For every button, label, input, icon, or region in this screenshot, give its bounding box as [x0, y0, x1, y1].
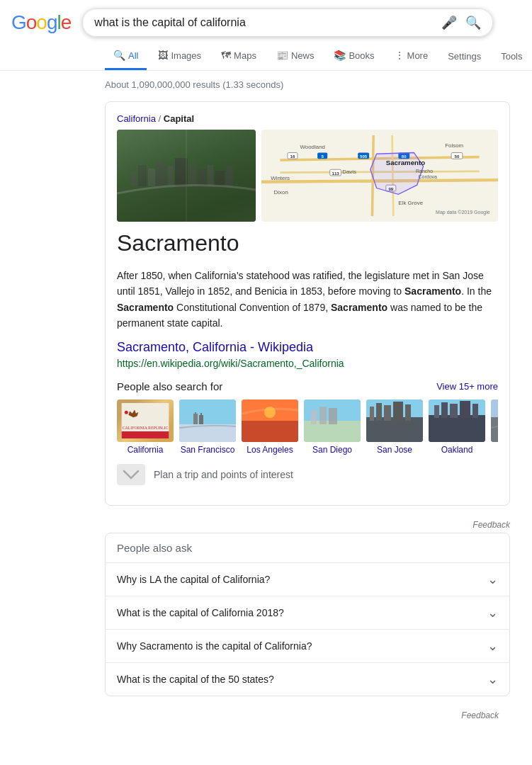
paa-question-4: What is the capital of the 50 states?: [117, 674, 274, 685]
svg-rect-3: [148, 169, 155, 186]
search-item-oakland[interactable]: Oakland: [429, 400, 485, 456]
feedback-link-2[interactable]: Feedback: [105, 708, 510, 723]
svg-point-45: [264, 407, 276, 418]
svg-text:Elk Grove: Elk Grove: [398, 200, 423, 206]
paa-item-2[interactable]: What is the capital of California 2018? …: [106, 596, 509, 629]
wiki-url: https://en.wikipedia.org/wiki/Sacramento…: [117, 358, 498, 369]
svg-rect-53: [370, 407, 374, 421]
svg-rect-61: [441, 402, 448, 418]
search-item-sf[interactable]: San Francisco: [179, 400, 236, 456]
search-item-sd[interactable]: San Diego: [304, 400, 361, 456]
breadcrumb-link[interactable]: California: [117, 113, 156, 124]
svg-rect-55: [384, 405, 391, 421]
settings-link[interactable]: Settings: [439, 44, 489, 69]
search-item-sj[interactable]: San Jose: [366, 400, 423, 456]
view-more-link[interactable]: View 15+ more: [436, 381, 498, 392]
logo-letter-g2: g: [47, 11, 57, 33]
svg-rect-50: [329, 408, 337, 424]
google-logo[interactable]: Google: [11, 11, 71, 34]
svg-rect-49: [319, 407, 327, 424]
tools-link[interactable]: Tools: [492, 44, 531, 69]
la-label: Los Angeles: [247, 445, 293, 456]
search-items-list: CALIFORNIA REPUBLIC California: [117, 400, 498, 456]
map-svg: 16 5 505 80 113 99 50 Woodlan: [261, 130, 498, 222]
sd-image: [304, 400, 361, 442]
svg-rect-64: [472, 404, 478, 418]
plan-trip-label: Plan a trip and points of interest: [154, 469, 293, 480]
chevron-down-icon-2: ⌄: [487, 605, 498, 620]
wiki-title-link[interactable]: Sacramento, California - Wikipedia: [117, 340, 313, 354]
result-count: About 1,090,000,000 results (1.33 second…: [105, 79, 510, 90]
svg-text:5: 5: [321, 154, 324, 159]
sj-svg: [366, 400, 423, 442]
tab-more-label: More: [407, 50, 429, 61]
results-area: About 1,090,000,000 results (1.33 second…: [0, 71, 510, 723]
tab-news-label: News: [291, 50, 315, 61]
svg-rect-62: [450, 404, 458, 418]
oakland-image: [429, 400, 485, 442]
search-button-icon[interactable]: 🔍: [465, 15, 481, 30]
tab-all[interactable]: 🔍 All: [105, 42, 147, 70]
header: Google 🎤 🔍: [0, 0, 532, 37]
also-search-title: People also search for: [117, 380, 222, 392]
paa-item-4[interactable]: What is the capital of the 50 states? ⌄: [106, 662, 509, 696]
la-svg: [242, 400, 298, 442]
chevron-icon: [120, 467, 142, 482]
plan-trip-section: Plan a trip and points of interest: [117, 455, 498, 494]
svg-rect-54: [376, 403, 382, 421]
rose-svg: [491, 400, 498, 442]
search-item-la[interactable]: Los Angeles: [242, 400, 298, 456]
map-container[interactable]: 16 5 505 80 113 99 50 Woodlan: [261, 130, 498, 222]
california-label: California: [128, 445, 164, 456]
svg-rect-60: [434, 405, 439, 418]
feedback-link-1[interactable]: Feedback: [105, 517, 510, 533]
logo-letter-o1: o: [26, 11, 37, 33]
wiki-link: Sacramento, California - Wikipedia: [117, 340, 498, 355]
paa-item-3[interactable]: Why Sacramento is the capital of Califor…: [106, 629, 509, 662]
svg-text:Map data ©2019 Google: Map data ©2019 Google: [436, 210, 490, 215]
tab-news[interactable]: 📰 News: [268, 42, 323, 70]
search-item-california[interactable]: CALIFORNIA REPUBLIC California: [117, 400, 174, 456]
svg-point-40: [125, 410, 128, 414]
books-icon: 📚: [334, 50, 346, 61]
microphone-icon[interactable]: 🎤: [441, 15, 457, 30]
tab-books[interactable]: 📚 Books: [325, 42, 383, 70]
tab-images[interactable]: 🖼 Images: [149, 42, 210, 70]
svg-rect-66: [491, 417, 498, 442]
svg-text:Rancho: Rancho: [416, 169, 433, 174]
svg-text:CALIFORNIA REPUBLIC: CALIFORNIA REPUBLIC: [123, 425, 169, 429]
logo-letter-g: G: [11, 11, 26, 33]
search-input[interactable]: [94, 16, 441, 29]
svg-text:Dixon: Dixon: [274, 189, 288, 196]
breadcrumb-separator: /: [159, 113, 164, 124]
california-flag-svg: CALIFORNIA REPUBLIC: [120, 403, 170, 438]
svg-rect-1: [131, 172, 137, 186]
breadcrumb-current: Capital: [164, 113, 194, 124]
svg-text:Folsom: Folsom: [445, 142, 463, 149]
svg-rect-48: [311, 410, 317, 424]
news-icon: 📰: [276, 50, 288, 61]
more-dots-icon: ⋮: [395, 50, 404, 61]
tab-maps[interactable]: 🗺 Maps: [213, 42, 265, 70]
sf-image: [179, 400, 236, 442]
tab-all-label: All: [128, 50, 138, 61]
svg-rect-59: [429, 415, 485, 442]
oak-svg: [429, 400, 485, 442]
tab-books-label: Books: [349, 50, 374, 61]
svg-rect-7: [189, 164, 196, 186]
breadcrumb: California / Capital: [117, 113, 498, 124]
svg-text:16: 16: [290, 154, 295, 159]
svg-rect-44: [242, 421, 298, 442]
search-item-roseville[interactable]: Roseville: [491, 400, 498, 456]
tab-images-label: Images: [171, 50, 201, 61]
svg-rect-9: [208, 165, 213, 186]
search-bar[interactable]: 🎤 🔍: [82, 8, 493, 37]
chevron-down-icon-4: ⌄: [487, 672, 498, 687]
sj-image: [366, 400, 423, 442]
tab-more[interactable]: ⋮ More: [386, 42, 437, 70]
paa-question-1: Why is LA the capital of California?: [117, 574, 270, 585]
la-image: [242, 400, 298, 442]
tab-maps-label: Maps: [234, 50, 256, 61]
featured-card: California / Capital: [105, 101, 510, 506]
paa-item-1[interactable]: Why is LA the capital of California? ⌄: [106, 562, 509, 596]
